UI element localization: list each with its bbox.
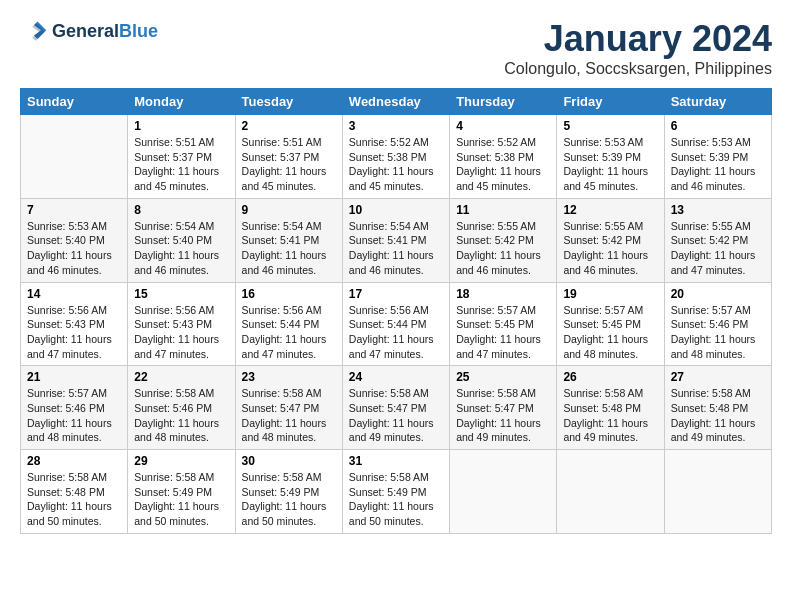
day-info: Sunrise: 5:58 AM Sunset: 5:48 PM Dayligh… [27,470,121,529]
calendar-cell: 7Sunrise: 5:53 AM Sunset: 5:40 PM Daylig… [21,198,128,282]
day-info: Sunrise: 5:57 AM Sunset: 5:45 PM Dayligh… [456,303,550,362]
day-info: Sunrise: 5:56 AM Sunset: 5:44 PM Dayligh… [242,303,336,362]
day-number: 9 [242,203,336,217]
day-number: 12 [563,203,657,217]
col-header-monday: Monday [128,89,235,115]
page: GeneralBlue January 2024 Colongulo, Socc… [0,0,792,612]
day-info: Sunrise: 5:54 AM Sunset: 5:40 PM Dayligh… [134,219,228,278]
day-number: 16 [242,287,336,301]
day-number: 28 [27,454,121,468]
day-info: Sunrise: 5:58 AM Sunset: 5:47 PM Dayligh… [456,386,550,445]
calendar-cell: 27Sunrise: 5:58 AM Sunset: 5:48 PM Dayli… [664,366,771,450]
day-info: Sunrise: 5:56 AM Sunset: 5:43 PM Dayligh… [27,303,121,362]
day-info: Sunrise: 5:56 AM Sunset: 5:44 PM Dayligh… [349,303,443,362]
title-block: January 2024 Colongulo, Soccsksargen, Ph… [504,18,772,78]
day-info: Sunrise: 5:51 AM Sunset: 5:37 PM Dayligh… [242,135,336,194]
calendar-cell: 31Sunrise: 5:58 AM Sunset: 5:49 PM Dayli… [342,450,449,534]
calendar-cell: 12Sunrise: 5:55 AM Sunset: 5:42 PM Dayli… [557,198,664,282]
logo-line1: GeneralBlue [52,22,158,42]
day-info: Sunrise: 5:55 AM Sunset: 5:42 PM Dayligh… [456,219,550,278]
day-number: 24 [349,370,443,384]
logo-blue: Blue [119,21,158,41]
week-row-4: 21Sunrise: 5:57 AM Sunset: 5:46 PM Dayli… [21,366,772,450]
day-info: Sunrise: 5:57 AM Sunset: 5:46 PM Dayligh… [27,386,121,445]
calendar-cell: 5Sunrise: 5:53 AM Sunset: 5:39 PM Daylig… [557,115,664,199]
logo-icon [20,18,48,46]
svg-marker-1 [32,23,44,41]
day-number: 14 [27,287,121,301]
day-number: 29 [134,454,228,468]
calendar-cell: 25Sunrise: 5:58 AM Sunset: 5:47 PM Dayli… [450,366,557,450]
day-number: 17 [349,287,443,301]
calendar-cell: 19Sunrise: 5:57 AM Sunset: 5:45 PM Dayli… [557,282,664,366]
calendar-cell: 16Sunrise: 5:56 AM Sunset: 5:44 PM Dayli… [235,282,342,366]
day-info: Sunrise: 5:53 AM Sunset: 5:40 PM Dayligh… [27,219,121,278]
calendar-cell: 10Sunrise: 5:54 AM Sunset: 5:41 PM Dayli… [342,198,449,282]
calendar-cell: 8Sunrise: 5:54 AM Sunset: 5:40 PM Daylig… [128,198,235,282]
day-info: Sunrise: 5:55 AM Sunset: 5:42 PM Dayligh… [671,219,765,278]
calendar-cell: 24Sunrise: 5:58 AM Sunset: 5:47 PM Dayli… [342,366,449,450]
day-info: Sunrise: 5:54 AM Sunset: 5:41 PM Dayligh… [349,219,443,278]
calendar-cell: 14Sunrise: 5:56 AM Sunset: 5:43 PM Dayli… [21,282,128,366]
logo: GeneralBlue [20,18,158,46]
week-row-5: 28Sunrise: 5:58 AM Sunset: 5:48 PM Dayli… [21,450,772,534]
day-info: Sunrise: 5:57 AM Sunset: 5:46 PM Dayligh… [671,303,765,362]
day-info: Sunrise: 5:56 AM Sunset: 5:43 PM Dayligh… [134,303,228,362]
calendar-cell: 9Sunrise: 5:54 AM Sunset: 5:41 PM Daylig… [235,198,342,282]
calendar-cell: 4Sunrise: 5:52 AM Sunset: 5:38 PM Daylig… [450,115,557,199]
day-info: Sunrise: 5:58 AM Sunset: 5:49 PM Dayligh… [134,470,228,529]
day-number: 18 [456,287,550,301]
day-number: 21 [27,370,121,384]
week-row-3: 14Sunrise: 5:56 AM Sunset: 5:43 PM Dayli… [21,282,772,366]
day-number: 26 [563,370,657,384]
week-row-2: 7Sunrise: 5:53 AM Sunset: 5:40 PM Daylig… [21,198,772,282]
calendar-cell: 21Sunrise: 5:57 AM Sunset: 5:46 PM Dayli… [21,366,128,450]
calendar-cell: 20Sunrise: 5:57 AM Sunset: 5:46 PM Dayli… [664,282,771,366]
day-info: Sunrise: 5:58 AM Sunset: 5:47 PM Dayligh… [349,386,443,445]
day-number: 23 [242,370,336,384]
calendar-cell: 6Sunrise: 5:53 AM Sunset: 5:39 PM Daylig… [664,115,771,199]
day-number: 25 [456,370,550,384]
week-row-1: 1Sunrise: 5:51 AM Sunset: 5:37 PM Daylig… [21,115,772,199]
calendar-cell [450,450,557,534]
calendar-cell: 30Sunrise: 5:58 AM Sunset: 5:49 PM Dayli… [235,450,342,534]
day-info: Sunrise: 5:52 AM Sunset: 5:38 PM Dayligh… [456,135,550,194]
day-number: 3 [349,119,443,133]
day-number: 13 [671,203,765,217]
col-header-thursday: Thursday [450,89,557,115]
day-number: 19 [563,287,657,301]
day-info: Sunrise: 5:55 AM Sunset: 5:42 PM Dayligh… [563,219,657,278]
header: GeneralBlue January 2024 Colongulo, Socc… [20,18,772,78]
day-number: 7 [27,203,121,217]
col-header-wednesday: Wednesday [342,89,449,115]
calendar-cell [21,115,128,199]
header-row: SundayMondayTuesdayWednesdayThursdayFrid… [21,89,772,115]
day-number: 8 [134,203,228,217]
calendar-cell: 3Sunrise: 5:52 AM Sunset: 5:38 PM Daylig… [342,115,449,199]
col-header-friday: Friday [557,89,664,115]
day-info: Sunrise: 5:58 AM Sunset: 5:48 PM Dayligh… [671,386,765,445]
calendar-cell: 26Sunrise: 5:58 AM Sunset: 5:48 PM Dayli… [557,366,664,450]
day-info: Sunrise: 5:52 AM Sunset: 5:38 PM Dayligh… [349,135,443,194]
day-info: Sunrise: 5:53 AM Sunset: 5:39 PM Dayligh… [563,135,657,194]
day-info: Sunrise: 5:58 AM Sunset: 5:49 PM Dayligh… [242,470,336,529]
day-info: Sunrise: 5:57 AM Sunset: 5:45 PM Dayligh… [563,303,657,362]
day-info: Sunrise: 5:58 AM Sunset: 5:46 PM Dayligh… [134,386,228,445]
main-title: January 2024 [504,18,772,60]
day-info: Sunrise: 5:58 AM Sunset: 5:49 PM Dayligh… [349,470,443,529]
day-info: Sunrise: 5:54 AM Sunset: 5:41 PM Dayligh… [242,219,336,278]
day-number: 20 [671,287,765,301]
calendar-cell: 13Sunrise: 5:55 AM Sunset: 5:42 PM Dayli… [664,198,771,282]
calendar-cell: 15Sunrise: 5:56 AM Sunset: 5:43 PM Dayli… [128,282,235,366]
day-number: 11 [456,203,550,217]
calendar-cell: 23Sunrise: 5:58 AM Sunset: 5:47 PM Dayli… [235,366,342,450]
day-info: Sunrise: 5:51 AM Sunset: 5:37 PM Dayligh… [134,135,228,194]
calendar-cell: 11Sunrise: 5:55 AM Sunset: 5:42 PM Dayli… [450,198,557,282]
subtitle: Colongulo, Soccsksargen, Philippines [504,60,772,78]
day-info: Sunrise: 5:58 AM Sunset: 5:48 PM Dayligh… [563,386,657,445]
col-header-tuesday: Tuesday [235,89,342,115]
day-number: 30 [242,454,336,468]
calendar-cell: 2Sunrise: 5:51 AM Sunset: 5:37 PM Daylig… [235,115,342,199]
calendar-cell: 22Sunrise: 5:58 AM Sunset: 5:46 PM Dayli… [128,366,235,450]
calendar-cell: 28Sunrise: 5:58 AM Sunset: 5:48 PM Dayli… [21,450,128,534]
